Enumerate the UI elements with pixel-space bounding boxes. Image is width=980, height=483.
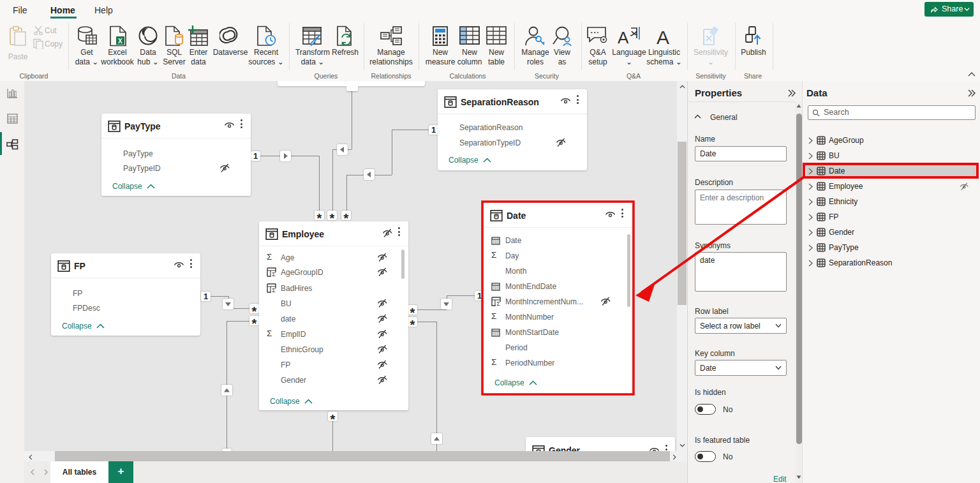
svg-text:A: A [618,28,629,47]
svg-text:X: X [118,38,122,45]
svg-text:Σ: Σ [272,271,276,277]
svg-text:Σ: Σ [272,287,276,293]
svg-text:A: A [657,27,669,47]
svg-text:Σ: Σ [496,301,500,306]
